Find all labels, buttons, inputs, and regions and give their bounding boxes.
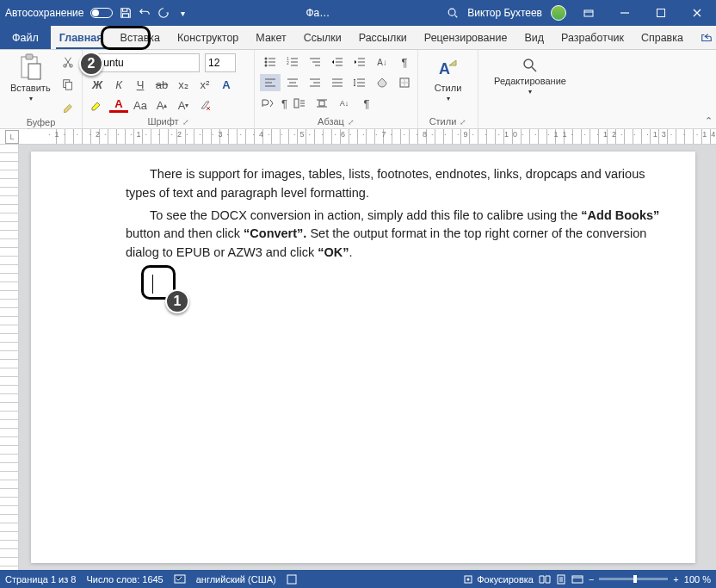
text-direction-button[interactable]: ¶ xyxy=(260,95,287,112)
align-center-button[interactable] xyxy=(282,74,303,91)
collapse-ribbon-button[interactable]: ⌃ xyxy=(705,115,713,127)
justify-button[interactable] xyxy=(327,74,348,91)
font-name-input[interactable] xyxy=(88,53,200,72)
focus-mode-button[interactable]: Фокусировка xyxy=(463,574,534,585)
tab-layout[interactable]: Макет xyxy=(247,26,294,49)
numbering-button[interactable]: 12 xyxy=(282,53,303,71)
increase-indent-button[interactable] xyxy=(349,53,370,71)
svg-point-7 xyxy=(69,65,72,68)
word-count[interactable]: Число слов: 1645 xyxy=(86,574,163,585)
user-name[interactable]: Виктор Бухтеев xyxy=(467,7,542,19)
tab-view[interactable]: Вид xyxy=(515,26,552,49)
zoom-level[interactable]: 100 % xyxy=(684,574,711,585)
clipboard-icon xyxy=(18,53,42,81)
line-spacing-button[interactable] xyxy=(349,74,370,91)
svg-rect-25 xyxy=(572,576,583,583)
copy-button[interactable] xyxy=(59,76,77,93)
tab-review[interactable]: Рецензирование xyxy=(416,26,516,49)
language[interactable]: английский (США) xyxy=(196,574,276,585)
share-button[interactable]: Поделиться xyxy=(692,26,716,49)
minimize-button[interactable] xyxy=(611,1,639,25)
subscript-button[interactable]: x₂ xyxy=(174,76,193,93)
strikethrough-button[interactable]: ab xyxy=(152,76,171,93)
undo-icon[interactable] xyxy=(139,7,151,19)
borders-button[interactable] xyxy=(394,74,415,91)
paragraph-launcher[interactable]: ⤢ xyxy=(348,118,355,127)
read-view-button[interactable] xyxy=(539,574,551,585)
font-launcher[interactable]: ⤢ xyxy=(182,118,189,127)
autosave-toggle[interactable] xyxy=(90,8,113,18)
zoom-slider[interactable] xyxy=(599,578,668,580)
pilcrow-button[interactable]: ¶ xyxy=(356,95,377,112)
svg-point-23 xyxy=(467,578,470,580)
text-effects-button[interactable]: A xyxy=(217,76,236,93)
decrease-indent-button[interactable] xyxy=(327,53,348,71)
wrap-button[interactable] xyxy=(312,95,332,112)
font-group-label: Шрифт xyxy=(147,116,178,127)
shrink-font-button[interactable]: A▾ xyxy=(174,96,193,114)
qat-more-icon[interactable]: ▾ xyxy=(176,7,188,19)
tab-home[interactable]: Главная xyxy=(51,26,112,49)
redo-icon[interactable] xyxy=(157,7,170,19)
italic-button[interactable]: К xyxy=(109,76,128,93)
align-left-button[interactable] xyxy=(260,74,281,91)
horizontal-ruler[interactable] xyxy=(0,129,716,145)
tab-references[interactable]: Ссылки xyxy=(295,26,350,49)
multilevel-button[interactable] xyxy=(305,53,325,71)
styles-launcher[interactable]: ⤢ xyxy=(460,118,466,127)
ribbon-mode-icon[interactable] xyxy=(575,1,602,25)
highlight-button[interactable] xyxy=(88,96,107,114)
chevron-down-icon: ▾ xyxy=(528,88,532,96)
superscript-button[interactable]: x² xyxy=(195,76,214,93)
autosave-label: Автосохранение xyxy=(5,7,83,19)
close-button[interactable] xyxy=(683,1,711,25)
font-color-button[interactable]: A xyxy=(109,97,128,113)
web-view-button[interactable] xyxy=(571,574,583,585)
vertical-ruler[interactable] xyxy=(0,145,19,570)
tab-insert[interactable]: Вставка xyxy=(112,26,169,49)
shading-button[interactable] xyxy=(372,74,392,91)
tab-developer[interactable]: Разработчик xyxy=(552,26,633,49)
accessibility-icon[interactable] xyxy=(287,574,297,585)
format-painter-button[interactable] xyxy=(59,98,77,115)
focus-icon xyxy=(463,574,473,585)
clear-formatting-button[interactable] xyxy=(195,96,214,114)
cut-button[interactable] xyxy=(59,53,77,71)
change-case-button[interactable]: Aa xyxy=(131,96,150,114)
grow-font-button[interactable]: A▴ xyxy=(152,96,171,114)
svg-point-6 xyxy=(63,65,66,68)
save-icon[interactable] xyxy=(120,7,132,19)
svg-rect-4 xyxy=(26,54,33,59)
position-button[interactable] xyxy=(289,95,310,112)
underline-button[interactable]: Ч xyxy=(131,76,150,93)
print-view-button[interactable] xyxy=(556,574,566,585)
tab-mailings[interactable]: Рассылки xyxy=(350,26,416,49)
show-marks-button[interactable]: ¶ xyxy=(394,53,415,71)
sort-az-button[interactable]: А↓ xyxy=(334,95,355,112)
svg-rect-17 xyxy=(319,101,324,106)
tab-help[interactable]: Справка xyxy=(633,26,692,49)
doc-paragraph-1: There is support for images, tables, lis… xyxy=(126,165,668,203)
page-number[interactable]: Страница 1 из 8 xyxy=(5,574,76,585)
align-right-button[interactable] xyxy=(305,74,325,91)
zoom-in-button[interactable]: + xyxy=(673,574,678,585)
zoom-out-button[interactable]: − xyxy=(589,574,594,585)
svg-point-11 xyxy=(265,61,268,64)
bold-button[interactable]: Ж xyxy=(88,76,107,93)
editing-button[interactable]: Редактирование ▾ xyxy=(487,53,573,99)
spellcheck-icon[interactable] xyxy=(174,574,186,585)
document-canvas[interactable]: There is support for images, tables, lis… xyxy=(19,145,716,570)
page[interactable]: There is support for images, tables, lis… xyxy=(31,152,695,563)
maximize-button[interactable] xyxy=(647,1,675,25)
tab-file[interactable]: Файл xyxy=(0,26,51,49)
bullets-button[interactable] xyxy=(260,53,281,71)
sort-button[interactable]: A↓ xyxy=(372,53,392,71)
styles-button[interactable]: A Стили ▾ xyxy=(429,53,467,106)
document-title: Фа… xyxy=(188,7,447,19)
svg-text:2: 2 xyxy=(287,60,289,65)
font-size-input[interactable] xyxy=(205,53,236,72)
search-icon[interactable] xyxy=(447,7,459,19)
paste-button[interactable]: Вставить ▾ xyxy=(5,53,56,102)
tab-design[interactable]: Конструктор xyxy=(169,26,247,49)
user-avatar[interactable] xyxy=(551,5,566,21)
